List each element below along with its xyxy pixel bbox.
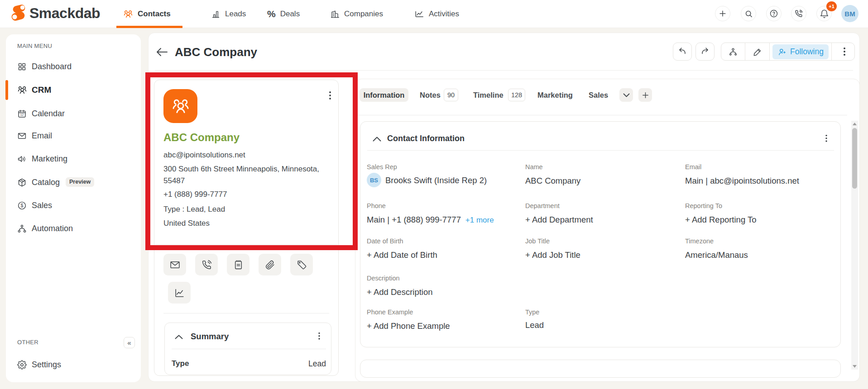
svg-text:12: 12 xyxy=(20,113,24,116)
svg-text:$: $ xyxy=(21,203,24,208)
